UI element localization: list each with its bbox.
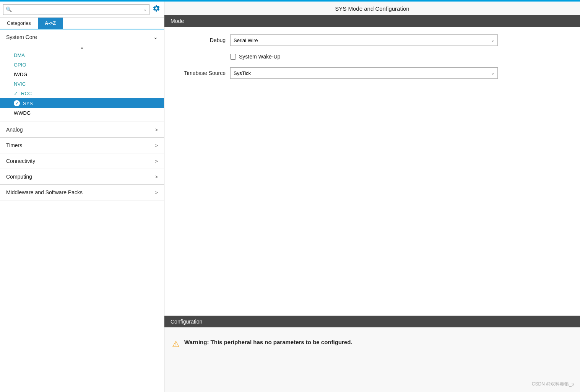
- tab-categories[interactable]: Categories: [0, 18, 38, 29]
- config-content: ⚠ Warning: This peripheral has no parame…: [164, 327, 580, 361]
- timers-label: Timers: [6, 142, 22, 148]
- analog-arrow: >: [155, 127, 158, 133]
- mode-section: Mode Debug Serial Wire JTAG (4 pins) JTA…: [164, 15, 580, 316]
- warning-icon: ⚠: [172, 339, 180, 349]
- analog-label: Analog: [6, 127, 23, 133]
- config-section-header: Configuration: [164, 316, 580, 327]
- sidebar-item-wwdg[interactable]: WWDG: [0, 108, 164, 118]
- system-core-section: System Core ⌄ ▲ DMA GPIO IWDG: [0, 29, 164, 122]
- watermark: CSDN @双料毒狼_s: [532, 381, 574, 387]
- sys-check-circle: ✓: [14, 100, 20, 106]
- middleware-section: Middleware and Software Packs >: [0, 185, 164, 200]
- wakeup-checkbox[interactable]: [230, 54, 236, 60]
- mode-content: Debug Serial Wire JTAG (4 pins) JTAG (5 …: [164, 27, 580, 94]
- sidebar-search-area: 🔍 ⌄: [0, 2, 164, 18]
- config-section: Configuration ⚠ Warning: This peripheral…: [164, 316, 580, 392]
- timers-header[interactable]: Timers >: [0, 138, 164, 153]
- middleware-label: Middleware and Software Packs: [6, 189, 83, 195]
- system-core-header[interactable]: System Core ⌄: [0, 29, 164, 45]
- analog-section: Analog >: [0, 122, 164, 138]
- debug-label: Debug: [176, 37, 226, 43]
- timebase-label: Timebase Source: [176, 70, 226, 76]
- timers-arrow: >: [155, 143, 158, 148]
- system-core-items: ▲ DMA GPIO IWDG NVIC: [0, 45, 164, 122]
- middleware-header[interactable]: Middleware and Software Packs >: [0, 185, 164, 200]
- computing-label: Computing: [6, 174, 32, 180]
- connectivity-label: Connectivity: [6, 158, 35, 164]
- warning-text: Warning: This peripheral has no paramete…: [184, 339, 353, 345]
- computing-arrow: >: [155, 174, 158, 180]
- debug-select-wrapper: Serial Wire JTAG (4 pins) JTAG (5 pins) …: [230, 34, 498, 46]
- computing-header[interactable]: Computing >: [0, 169, 164, 184]
- search-icon: 🔍: [6, 7, 12, 12]
- sidebar-item-sys[interactable]: ✓ SYS: [0, 98, 164, 108]
- sidebar-scroll-area[interactable]: System Core ⌄ ▲ DMA GPIO IWDG: [0, 29, 164, 392]
- tab-bar: Categories A->Z: [0, 18, 164, 29]
- gear-button[interactable]: [152, 4, 161, 15]
- sidebar-item-rcc[interactable]: ✓ RCC: [0, 89, 164, 98]
- panel-title: SYS Mode and Configuration: [164, 2, 580, 15]
- debug-select[interactable]: Serial Wire JTAG (4 pins) JTAG (5 pins) …: [230, 34, 498, 46]
- system-core-label: System Core: [6, 34, 37, 40]
- rcc-check-icon: ✓: [14, 91, 18, 96]
- sidebar-item-nvic[interactable]: NVIC: [0, 79, 164, 89]
- mode-section-header: Mode: [164, 15, 580, 27]
- search-box: 🔍 ⌄: [3, 4, 149, 15]
- computing-section: Computing >: [0, 169, 164, 185]
- scroll-up-indicator[interactable]: ▲: [0, 45, 164, 50]
- search-dropdown-arrow[interactable]: ⌄: [143, 7, 147, 12]
- system-core-collapse-icon: ⌄: [153, 34, 158, 40]
- timebase-select-wrapper: SysTick TIM1 TIM2 ⌄: [230, 67, 498, 79]
- timebase-row: Timebase Source SysTick TIM1 TIM2 ⌄: [176, 67, 569, 79]
- analog-header[interactable]: Analog >: [0, 122, 164, 137]
- sidebar-item-gpio[interactable]: GPIO: [0, 60, 164, 70]
- wakeup-label: System Wake-Up: [239, 54, 280, 60]
- search-input[interactable]: [13, 7, 143, 12]
- connectivity-header[interactable]: Connectivity >: [0, 153, 164, 169]
- timebase-select[interactable]: SysTick TIM1 TIM2: [230, 67, 498, 79]
- sidebar-item-dma[interactable]: DMA: [0, 50, 164, 60]
- right-panel: SYS Mode and Configuration Mode Debug Se…: [164, 2, 580, 392]
- debug-row: Debug Serial Wire JTAG (4 pins) JTAG (5 …: [176, 34, 569, 46]
- middleware-arrow: >: [155, 190, 158, 195]
- wakeup-row: System Wake-Up: [176, 54, 569, 60]
- connectivity-section: Connectivity >: [0, 153, 164, 169]
- sidebar-item-iwdg[interactable]: IWDG: [0, 70, 164, 79]
- timers-section: Timers >: [0, 138, 164, 153]
- tab-atoz[interactable]: A->Z: [38, 18, 63, 29]
- connectivity-arrow: >: [155, 158, 158, 164]
- sidebar: 🔍 ⌄ Categories A->Z System Core ⌄: [0, 2, 164, 392]
